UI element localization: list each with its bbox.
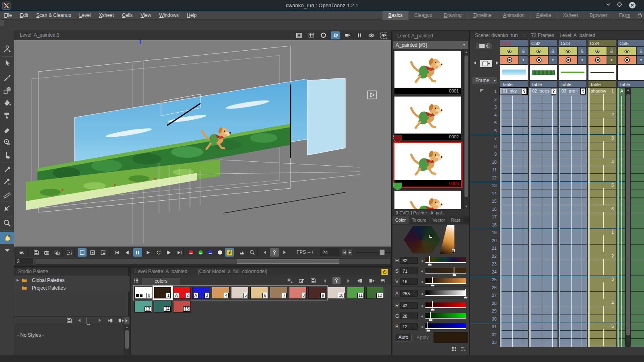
save-palette-button[interactable] xyxy=(309,277,317,284)
studio-save-palette-button[interactable] xyxy=(66,318,72,323)
3d-view-icon[interactable] xyxy=(331,31,340,39)
more-tool[interactable] xyxy=(0,244,14,256)
smartbrush-tool[interactable] xyxy=(0,109,14,121)
column-lock-toggle[interactable] xyxy=(636,47,644,56)
first-frame-button[interactable] xyxy=(112,248,121,257)
viewport[interactable] xyxy=(14,40,391,247)
column-eye-toggle[interactable] xyxy=(559,47,578,56)
style-editor-menu-icon[interactable] xyxy=(460,346,466,352)
style-tab-texture[interactable]: Texture xyxy=(409,216,429,224)
next-key-button[interactable] xyxy=(280,248,289,257)
blue-channel-button[interactable] xyxy=(206,248,215,257)
style-swatch-11[interactable]: 11 xyxy=(347,287,365,299)
frame-slider[interactable] xyxy=(35,258,391,265)
fps-input[interactable]: 24 xyxy=(320,249,339,256)
last-frame-button[interactable] xyxy=(175,248,184,257)
fill-tool[interactable] xyxy=(0,97,14,109)
style-swatch-12[interactable]: 12 xyxy=(366,287,384,299)
row-number-22[interactable]: 22 xyxy=(481,254,497,259)
selection-tool[interactable] xyxy=(0,58,14,70)
room-tab-animation[interactable]: Animation xyxy=(497,11,530,20)
animate-tool[interactable] xyxy=(0,43,14,55)
column-config-dropdown[interactable]: ▼ xyxy=(548,56,557,64)
new-pane-button[interactable] xyxy=(480,60,493,68)
row-number-1[interactable]: 1 xyxy=(481,89,497,94)
inbetween-marker-red[interactable] xyxy=(393,135,402,142)
level-frame-0002[interactable]: 0002 xyxy=(394,97,461,140)
row-number-4[interactable]: 4 xyxy=(481,113,497,117)
save-images-button[interactable] xyxy=(32,248,41,257)
column-eye-toggle[interactable] xyxy=(588,47,607,56)
row-number-5[interactable]: 5 xyxy=(481,120,497,125)
column-lock-toggle[interactable] xyxy=(578,47,587,56)
slider-handle[interactable] xyxy=(432,277,433,285)
column-table-link[interactable]: Table xyxy=(500,80,528,88)
camstand-visible-toggle[interactable] xyxy=(588,56,607,64)
style-swatch-1[interactable]: 1 xyxy=(154,287,171,299)
column-table-link[interactable]: Table xyxy=(617,80,644,88)
camstand-visible-toggle[interactable] xyxy=(617,56,636,64)
slider-value-s[interactable]: 71 xyxy=(400,267,418,274)
slider-track-h[interactable] xyxy=(425,257,466,263)
picker2-tool[interactable] xyxy=(0,176,14,188)
style-swatch-5[interactable]: 5 xyxy=(231,287,249,299)
view-mode-camstand-button[interactable] xyxy=(78,248,87,257)
studio-prev-style-button[interactable] xyxy=(77,318,82,323)
minimize-button[interactable] xyxy=(605,2,614,10)
row-number-20[interactable]: 20 xyxy=(481,238,497,243)
style-tab-color[interactable]: Color xyxy=(392,216,409,224)
slider-track-b[interactable] xyxy=(425,323,466,329)
frame-mode-dropdown[interactable]: Frame ▼ xyxy=(472,77,497,84)
maximize-button[interactable] xyxy=(617,2,625,10)
viewer-menu-button[interactable] xyxy=(17,248,26,257)
column-lock-toggle[interactable] xyxy=(548,47,557,56)
slider-handle[interactable] xyxy=(429,256,430,264)
column-lock-toggle[interactable] xyxy=(607,47,616,56)
row-number-31[interactable]: 31 xyxy=(481,324,497,329)
room-tab-cleanup[interactable]: Cleanup xyxy=(408,11,438,20)
style-editor-grid-icon[interactable] xyxy=(451,346,456,352)
slider-track-a[interactable] xyxy=(425,290,466,296)
frame-slider-handle[interactable] xyxy=(237,259,339,264)
row-number-33[interactable]: 33 xyxy=(481,340,497,345)
slider-collapse-arrow[interactable]: ◀ xyxy=(421,325,423,329)
prev-pane-arrow[interactable] xyxy=(473,60,478,66)
slider-track-s[interactable] xyxy=(425,268,466,274)
rooms-lock-icon[interactable] xyxy=(637,12,643,19)
xsheet-column-col5[interactable]: Col5▼TableA_ xyxy=(617,39,644,347)
level-frame-0001[interactable]: 0001 xyxy=(394,51,461,94)
style-swatch-6[interactable]: 6 xyxy=(250,287,268,299)
cell-key-icon[interactable] xyxy=(580,88,586,95)
camera-stand-view-icon[interactable] xyxy=(319,31,328,39)
room-tab-basics[interactable]: Basics xyxy=(382,11,408,20)
column-eye-toggle[interactable] xyxy=(529,47,548,56)
eraser-tool[interactable] xyxy=(0,124,14,136)
panel-separator[interactable] xyxy=(14,265,391,267)
next-pane-arrow[interactable] xyxy=(494,60,500,66)
cell-key-icon[interactable] xyxy=(551,88,556,95)
column-config-dropdown[interactable]: ▼ xyxy=(578,56,587,64)
style-swatch-2[interactable]: 2A xyxy=(173,287,191,299)
style-swatch-14[interactable]: 14 xyxy=(154,300,171,313)
row-number-15[interactable]: 15 xyxy=(481,199,497,204)
slider-handle[interactable] xyxy=(432,301,433,309)
picker-tool[interactable] xyxy=(0,163,14,175)
prev-style-button[interactable] xyxy=(321,277,329,284)
row-number-21[interactable]: 21 xyxy=(481,246,497,251)
row-number-26[interactable]: 26 xyxy=(481,285,497,290)
style-tab-rast[interactable]: Rast xyxy=(448,216,464,224)
column-name[interactable]: Col3 xyxy=(559,39,587,47)
palette-in-button[interactable] xyxy=(356,277,364,284)
menu-xsheet[interactable]: Xsheet xyxy=(95,11,118,19)
palette-grid-icon[interactable] xyxy=(134,278,139,283)
column-cells[interactable]: 03_gro~ xyxy=(559,88,587,347)
column-config-dropdown[interactable]: ▼ xyxy=(519,56,528,64)
geometric-tool[interactable] xyxy=(0,84,14,97)
view-mode-3d-button[interactable] xyxy=(88,248,97,257)
styles-scrollbar[interactable]: ▲ xyxy=(124,325,130,355)
brush-tool[interactable] xyxy=(0,72,14,84)
style-swatch-4[interactable]: 4 xyxy=(212,287,229,299)
column-view-toggle[interactable] xyxy=(476,42,493,49)
room-tab-palette[interactable]: Palette xyxy=(530,11,557,20)
soundtrack-button[interactable] xyxy=(225,248,234,257)
